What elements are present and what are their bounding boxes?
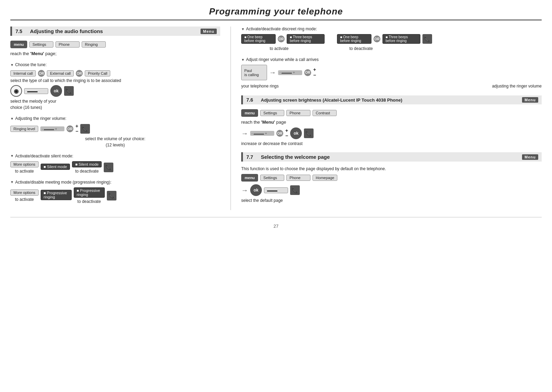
section-77-badge: Menu — [522, 154, 538, 160]
plus-minus-76[interactable]: +− — [285, 128, 288, 139]
menu-button-77[interactable]: menu — [241, 174, 258, 182]
your-telephone-rings: your telephone rings — [241, 84, 279, 89]
or-badge-2: OR — [76, 70, 83, 77]
vol-slider-call[interactable]: - ▬▬▬ + — [278, 70, 302, 75]
section-76-content: menu Settings Phone Contrast reach the '… — [241, 109, 542, 146]
section-76-title: Adjusting screen brightness (Alcatel-Luc… — [261, 97, 519, 103]
progressive-ringing-box-1: ■ Progressive ringing — [41, 190, 72, 200]
or-badge-1: OR — [38, 70, 45, 77]
default-page-slider: ▬▬▬ — [264, 187, 288, 193]
meeting-mode-label: ▼ Activate/disable meeting mode (progres… — [10, 180, 220, 185]
menu-button[interactable]: menu — [10, 41, 27, 48]
melody-row: ◉ ▬▬▬ ok 📞 — [10, 85, 220, 97]
right-column: ▼ Activate/deactivate discreet ring mode… — [231, 27, 542, 210]
discreet-ring-row: ■ One beepbefore ringing OR ■ Three beep… — [241, 34, 542, 44]
page-title: Programming your telephone — [0, 0, 552, 20]
adjust-ringer-label: ▼ Adjusting the ringer volume: — [10, 116, 220, 121]
to-deactivate-label-prog: to deactivate — [74, 199, 105, 204]
section-76-num: 7.6 — [246, 97, 257, 103]
ringer-vol-call-row: Paulis calling → - ▬▬▬ + OR +− — [241, 65, 542, 80]
settings-box-77: Settings — [260, 175, 284, 181]
ringer-vol-call-label: ▼ Adjust ringer volume while a call arri… — [241, 57, 542, 62]
or-badge-ringer: OR — [67, 125, 73, 132]
one-beep-deactivate-box: ■ One beepbefore ringing — [337, 34, 371, 44]
plus-minus-btns[interactable]: +− — [75, 124, 78, 134]
handset-76: 📞 — [304, 128, 314, 138]
section-75-num: 7.5 — [16, 29, 27, 34]
adjust-ringer-subsection: ▼ Adjusting the ringer volume: Ringing l… — [10, 116, 220, 147]
ringer-vol-call-subsection: ▼ Adjust ringer volume while a call arri… — [241, 57, 542, 89]
section-77-num: 7.7 — [246, 154, 257, 160]
ringer-widgets: Ringing level - ▬▬▬ + OR +− 📞 — [10, 124, 220, 134]
ok-button-77[interactable]: ok — [250, 184, 262, 196]
paul-calling-box: Paulis calling — [241, 65, 267, 80]
phone-box-77: Phone — [286, 175, 310, 181]
nav-path-77-row: menu Settings Phone Homepage — [241, 174, 542, 182]
silent-deactivate-group-2: ■ Silent mode to deactivate — [72, 161, 102, 174]
vol-slider-76[interactable]: - ▬▬▬ + — [250, 131, 274, 136]
more-options-box: More options — [10, 161, 39, 167]
plus-minus-vol[interactable]: +− — [313, 67, 316, 78]
page-footer: 27 — [10, 217, 542, 231]
progressive-group-2: ■ Progressive ringing to deactivate — [74, 187, 105, 204]
to-deactivate-label-silent: to deactivate — [72, 169, 102, 174]
handset-progressive: 📞 — [107, 191, 116, 200]
right-arrow-76: → — [241, 130, 248, 137]
call-types-row: Internal call OR External call OR Priori… — [10, 70, 220, 77]
ringing-level-box: Ringing level — [10, 126, 38, 132]
welcome-desc: This function is used to choose the page… — [241, 166, 542, 171]
left-column: 7.5 Adjusting the audio functions Menu m… — [10, 27, 231, 210]
reach-menu-subsection: menu Settings Phone Ringing reach the 'M… — [10, 41, 220, 56]
choose-tune-subsection: ▼ Choose the tune: Internal call OR Exte… — [10, 62, 220, 110]
or-badge-76: OR — [276, 130, 283, 137]
section-75-title: Adjusting the audio functions — [30, 28, 197, 34]
to-activate-label-prog: to activate — [10, 197, 39, 202]
silent-deactivate-group: ■ Silent mode — [41, 164, 70, 171]
meeting-mode-subsection: ▼ Activate/disable meeting mode (progres… — [10, 180, 220, 204]
ringer-vol-descs: your telephone rings adjusting the ringe… — [241, 82, 542, 89]
more-options-box-2: More options — [10, 189, 39, 196]
ok-button-76[interactable]: ok — [290, 127, 302, 139]
nav-path-row: menu Settings Phone Ringing — [10, 41, 220, 48]
section-77-header: 7.7 Selecting the welcome page Menu — [241, 152, 542, 162]
to-activate-label-silent: to activate — [10, 169, 39, 174]
progressive-activate-group: More options to activate — [10, 189, 39, 202]
right-arrow-77: → — [241, 186, 248, 194]
menu-button-76[interactable]: menu — [241, 109, 258, 117]
ok-button[interactable]: ok — [50, 85, 62, 97]
page-number: 27 — [274, 224, 278, 229]
welcome-widgets: → ok ▬▬▬ 📞 — [241, 184, 542, 196]
ringing-box: Ringing — [82, 41, 106, 48]
melody-desc2: choice (16 tunes) — [10, 105, 220, 110]
phone-box: Phone — [55, 41, 80, 48]
select-default-desc: select the default page — [241, 198, 542, 203]
three-beeps-deactivate-box: ■ Three beepsbefore ringing — [382, 34, 420, 44]
section-76-badge: Menu — [522, 97, 538, 103]
volume-desc2: (12 levels) — [10, 143, 220, 147]
silent-mode-box-2: ■ Silent mode — [72, 161, 102, 167]
contrast-box-76: Contrast — [313, 110, 337, 116]
adjusting-ringer-volume: adjusting the ringer volume — [492, 84, 542, 89]
external-call-box: External call — [47, 70, 74, 76]
handset-silent: 📞 — [104, 163, 113, 172]
nav-circle[interactable]: ◉ — [10, 85, 22, 97]
section-75-badge: Menu — [201, 29, 217, 34]
handset-ringer: 📞 — [80, 124, 90, 134]
to-activate-label-discreet: to activate — [270, 46, 289, 51]
discreet-ring-subsection: ▼ Activate/deactivate discreet ring mode… — [241, 27, 542, 51]
silent-mode-label: ▼ Activate/deactivate silent mode: — [10, 154, 220, 158]
section-75-header: 7.5 Adjusting the audio functions Menu — [10, 27, 220, 36]
section-76-header: 7.6 Adjusting screen brightness (Alcatel… — [241, 95, 542, 104]
reach-menu-text: reach the 'Menu' page; — [10, 51, 220, 56]
melody-desc1: select the melody of your — [10, 99, 220, 104]
progressive-ringing-row: More options to activate ■ Progressive r… — [10, 187, 220, 204]
settings-box-76: Settings — [260, 110, 284, 116]
progressive-group-1: ■ Progressive ringing — [41, 190, 72, 202]
three-beeps-activate-box: ■ Three beepsbefore ringing — [287, 34, 325, 44]
vol-slider[interactable]: - ▬▬▬ + — [40, 126, 64, 131]
activate-deactivate-labels: to activate to deactivate — [241, 46, 542, 51]
internal-call-box: Internal call — [10, 70, 36, 76]
phone-box-76: Phone — [286, 110, 310, 116]
right-arrow-1: → — [269, 69, 276, 76]
homepage-box-77: Homepage — [313, 175, 337, 181]
